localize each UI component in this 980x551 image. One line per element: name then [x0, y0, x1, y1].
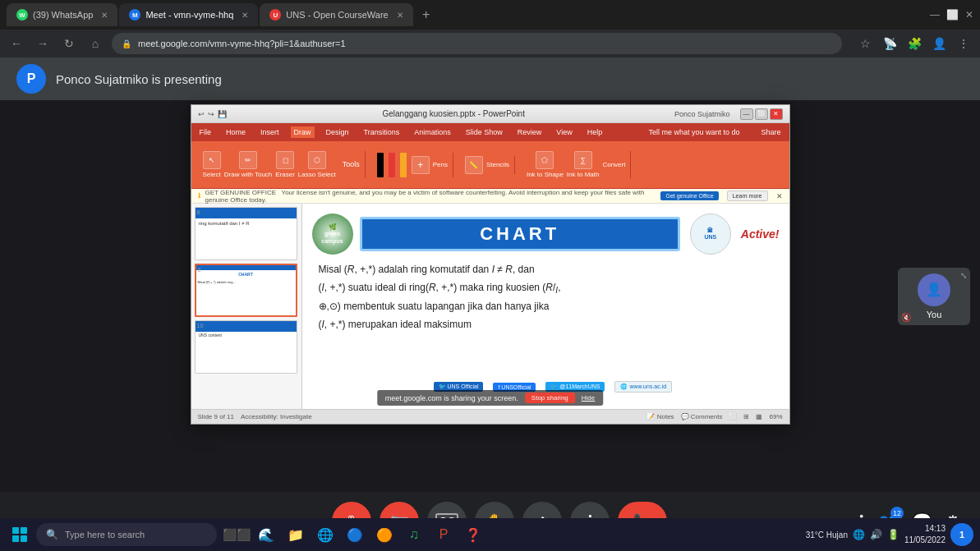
new-tab-button[interactable]: +: [415, 3, 438, 26]
ppt-menu-insert[interactable]: Insert: [257, 126, 283, 138]
taskbar-app-question[interactable]: ❓: [460, 521, 486, 548]
taskbar-app-explorer[interactable]: 📁: [283, 521, 309, 548]
taskbar-app-chrome[interactable]: 🌐: [312, 521, 338, 548]
ppt-notes-btn[interactable]: 📝 Notes: [646, 413, 674, 420]
ppt-ink-math-btn[interactable]: ∑: [574, 151, 592, 169]
slide-count: Slide 9 of 11: [198, 413, 234, 420]
close-btn[interactable]: ✕: [965, 9, 973, 21]
ppt-ruler-btn[interactable]: 📏: [465, 156, 483, 174]
profile-icon[interactable]: 👤: [929, 34, 949, 53]
meeting-area: ↩ ↪ 💾 Gelanggang kuosien.pptx - PowerPoi…: [0, 100, 980, 492]
pen-red[interactable]: [389, 153, 395, 177]
expand-tile-icon[interactable]: ⤡: [960, 271, 967, 280]
ppt-save-icon[interactable]: 💾: [218, 110, 227, 118]
notice-close-icon[interactable]: ✕: [776, 192, 783, 200]
ppt-eraser-btn[interactable]: ◻: [276, 151, 294, 169]
chart-title-box: CHART: [360, 217, 680, 251]
ppt-menu-search[interactable]: Tell me what you want to do: [645, 126, 743, 138]
get-genuine-office-btn[interactable]: Get genuine Office: [660, 191, 718, 200]
ocw-favicon: U: [269, 9, 281, 21]
ppt-notice-bar: ℹ GET GENUINE OFFICE Your license isn't …: [191, 189, 789, 204]
stop-sharing-button[interactable]: Stop sharing: [525, 393, 575, 403]
taskbar-app-powerpoint[interactable]: P: [430, 521, 457, 548]
ppt-view-presenter[interactable]: ▦: [756, 413, 762, 420]
presenter-avatar-letter: P: [27, 71, 36, 86]
chart-title: CHART: [480, 223, 559, 245]
ppt-lasso-btn[interactable]: ⬡: [308, 151, 326, 169]
ppt-main-slide[interactable]: 🌿greencampus CHART 🏛 UNS: [302, 204, 789, 409]
ppt-close-btn[interactable]: ✕: [770, 108, 783, 120]
meet-favicon: M: [129, 9, 140, 21]
settings-icon[interactable]: ⋮: [954, 34, 973, 53]
tools-label: Tools: [343, 160, 360, 169]
tab-ocw-label: UNS - Open CourseWare: [286, 10, 388, 20]
tab-meet-close[interactable]: ✕: [242, 11, 248, 20]
ppt-view-normal[interactable]: ⬜: [729, 413, 737, 420]
tab-whatsapp-label: (39) WhatsApp: [33, 10, 93, 20]
hide-sharing-link[interactable]: Hide: [582, 394, 595, 402]
ppt-zoom[interactable]: 69%: [769, 413, 782, 420]
screen-sharing-notice: meet.google.com is sharing your screen. …: [377, 390, 603, 406]
pen-black[interactable]: [377, 153, 384, 177]
taskbar-app-taskview[interactable]: ⬛⬛: [223, 521, 250, 548]
ppt-menu-animations[interactable]: Animations: [411, 126, 454, 138]
ppt-menu-home[interactable]: Home: [223, 126, 249, 138]
ppt-menu-slideshow[interactable]: Slide Show: [462, 126, 506, 138]
ppt-menu-share[interactable]: Share: [757, 126, 784, 138]
pen-yellow[interactable]: [400, 153, 407, 177]
taskbar-app-edge[interactable]: 🌊: [253, 521, 279, 548]
tab-ocw-close[interactable]: ✕: [397, 11, 403, 20]
tab-ocw[interactable]: U UNS - Open CourseWare ✕: [260, 3, 412, 26]
ppt-comments-btn[interactable]: 💬 Comments: [681, 413, 723, 420]
taskbar-app-app1[interactable]: 🔵: [342, 521, 368, 548]
taskbar-app-spotify[interactable]: ♫: [401, 521, 427, 548]
extensions-icon[interactable]: 🧩: [904, 34, 924, 53]
tab-meet[interactable]: M Meet - vmn-vyme-hhq ✕: [119, 3, 258, 26]
taskbar-network-icon[interactable]: 🌐: [853, 529, 865, 540]
tab-whatsapp[interactable]: W (39) WhatsApp ✕: [7, 3, 117, 26]
reload-button[interactable]: ↻: [59, 34, 79, 53]
ppt-menu-view[interactable]: View: [553, 126, 575, 138]
cast-icon[interactable]: 📡: [880, 34, 899, 53]
taskbar-clock[interactable]: 14:13 11/05/2022: [904, 523, 945, 546]
ppt-menu-review[interactable]: Review: [514, 126, 545, 138]
ppt-minimize-btn[interactable]: —: [740, 108, 753, 120]
browser-action-buttons: ☆ 📡 🧩 👤 ⋮: [855, 34, 973, 53]
ppt-menu-design[interactable]: Design: [323, 126, 352, 138]
ppt-restore-btn[interactable]: ⬜: [755, 108, 768, 120]
taskbar-notification-badge[interactable]: 1: [950, 523, 973, 546]
ppt-draw-touch-btn[interactable]: ✏: [239, 151, 257, 169]
ppt-menu-transitions[interactable]: Transitions: [361, 126, 403, 138]
slide-thumb-8[interactable]: 8 ring komutatif dan I ≠ R: [195, 207, 297, 260]
start-button[interactable]: [7, 521, 33, 548]
tab-whatsapp-close[interactable]: ✕: [101, 11, 108, 20]
minimize-btn[interactable]: —: [930, 9, 940, 21]
restore-btn[interactable]: ⬜: [946, 9, 959, 21]
url-bar[interactable]: 🔒 meet.google.com/vmn-vyme-hhq?pli=1&aut…: [112, 33, 842, 54]
ppt-user: Ponco Sujatmiko: [674, 110, 730, 118]
bookmark-icon[interactable]: ☆: [855, 34, 875, 53]
learn-more-btn[interactable]: Learn more: [727, 191, 768, 201]
ppt-select-btn[interactable]: ↖: [203, 151, 221, 169]
ppt-menu-draw[interactable]: Draw: [291, 126, 315, 138]
ppt-convert-group: ⬠ Ink to Shape ∑ Ink to Math Convert: [522, 151, 632, 179]
taskbar-app-app2[interactable]: 🟠: [371, 521, 398, 548]
slide-thumb-10[interactable]: 10 UNS content: [195, 320, 297, 374]
ppt-view-grid[interactable]: ⊞: [743, 413, 749, 420]
slide-10-content: UNS content: [196, 321, 297, 373]
you-tile: ⤡ 👤 You 🔇: [898, 268, 970, 325]
taskbar-volume-icon[interactable]: 🔊: [870, 529, 882, 540]
taskbar-search[interactable]: 🔍 Type here to search: [36, 523, 217, 546]
presenter-banner: P Ponco Sujatmiko is presenting: [0, 57, 980, 100]
forward-button[interactable]: →: [33, 34, 53, 53]
home-button[interactable]: ⌂: [85, 34, 105, 53]
ppt-redo-icon[interactable]: ↪: [208, 110, 214, 118]
ppt-window-controls: — ⬜ ✕: [740, 108, 783, 120]
slide-thumb-9[interactable]: 9 CHART Misal (R,+,*) adalah ring...: [195, 264, 297, 317]
ppt-menu-help[interactable]: Help: [584, 126, 606, 138]
ppt-add-pen-btn[interactable]: +: [412, 156, 430, 174]
back-button[interactable]: ←: [7, 34, 26, 53]
ppt-ink-shape-btn[interactable]: ⬠: [536, 151, 554, 169]
ppt-undo-icon[interactable]: ↩: [198, 110, 205, 118]
ppt-menu-file[interactable]: File: [196, 126, 215, 138]
